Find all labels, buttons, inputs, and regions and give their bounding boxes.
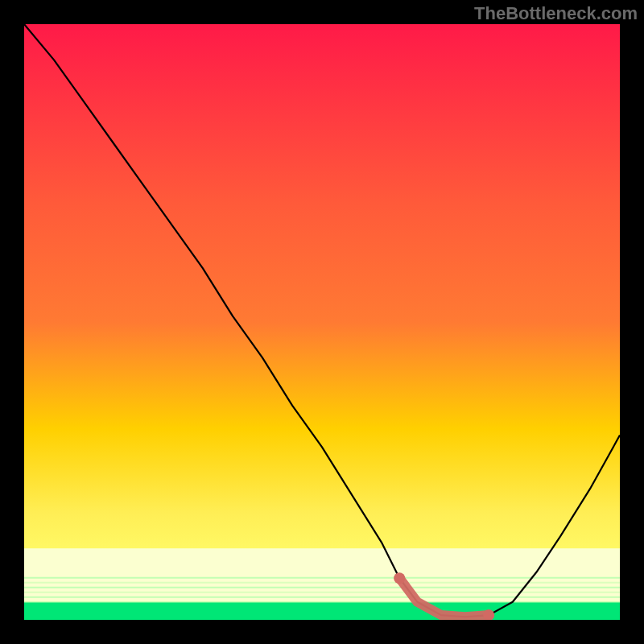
plot-svg xyxy=(24,24,620,620)
watermark-text: TheBottleneck.com xyxy=(474,3,638,24)
plot-area xyxy=(24,24,620,620)
optimal-range-end-left xyxy=(394,572,405,584)
chart-frame: TheBottleneck.com xyxy=(0,0,644,644)
green-band xyxy=(24,602,620,620)
gradient-background xyxy=(24,24,620,620)
pale-band xyxy=(24,548,620,602)
